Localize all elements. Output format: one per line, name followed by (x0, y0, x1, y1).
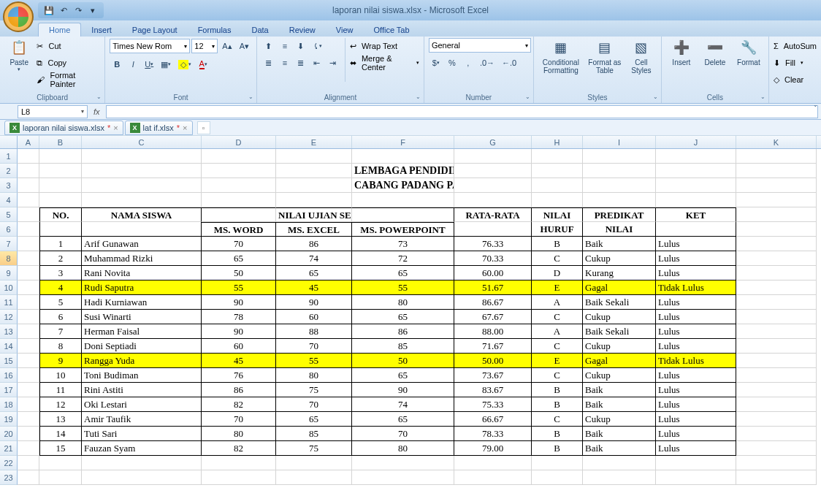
cell[interactable]: 11 (39, 383, 82, 397)
cell[interactable]: 60 (276, 310, 352, 324)
cell[interactable] (736, 193, 817, 207)
cell[interactable]: 82 (202, 441, 276, 456)
cell[interactable] (39, 178, 82, 193)
align-middle-button[interactable]: ≡ (278, 39, 292, 53)
name-box[interactable]: L8▾ (18, 105, 88, 118)
fill-color-button[interactable]: ◇▾ (175, 57, 194, 72)
cell[interactable]: Tidak Lulus (656, 280, 736, 295)
tab-data[interactable]: Data (241, 23, 278, 37)
cell[interactable] (276, 470, 352, 485)
row-header[interactable]: 10 (0, 280, 18, 295)
cell[interactable]: 79.00 (454, 441, 532, 456)
qat-dropdown-icon[interactable]: ▾ (86, 4, 99, 17)
cell[interactable]: NO. (39, 207, 82, 222)
cell[interactable]: D (532, 266, 583, 280)
cell[interactable]: 70 (202, 237, 276, 251)
cell[interactable]: MS. POWERPOINT (352, 222, 454, 237)
cell[interactable] (532, 178, 583, 193)
cell[interactable]: MS. WORD (202, 222, 276, 237)
cell[interactable]: Lulus (656, 237, 736, 251)
cell[interactable] (18, 427, 39, 441)
row-header[interactable]: 20 (0, 427, 18, 441)
cell[interactable] (583, 193, 656, 207)
row-header[interactable]: 12 (0, 310, 18, 324)
cell[interactable] (82, 222, 202, 237)
cell[interactable] (82, 164, 202, 178)
format-painter-button[interactable]: 🖌 Format Painter (37, 72, 100, 88)
cell[interactable] (583, 470, 656, 485)
decrease-indent-button[interactable]: ⇤ (310, 56, 324, 70)
cell[interactable]: Rani Novita (82, 266, 202, 280)
cell[interactable] (276, 149, 352, 164)
cell[interactable] (454, 164, 532, 178)
cell[interactable] (656, 222, 736, 237)
cell[interactable] (736, 441, 817, 456)
insert-cells-button[interactable]: ➕Insert (666, 38, 697, 68)
align-left-button[interactable]: ≣ (261, 56, 276, 70)
cell[interactable]: Muhammad Rizki (82, 251, 202, 266)
row-header[interactable]: 6 (0, 222, 18, 237)
cell[interactable] (82, 149, 202, 164)
underline-button[interactable]: U▾ (142, 57, 156, 72)
cell[interactable] (532, 149, 583, 164)
align-top-button[interactable]: ⬆ (261, 39, 276, 53)
cell[interactable]: 60.00 (454, 266, 532, 280)
cell[interactable]: 70 (276, 397, 352, 412)
cell[interactable] (18, 324, 39, 339)
cell[interactable]: Doni Septiadi (82, 339, 202, 354)
cell[interactable] (736, 456, 817, 470)
cell[interactable]: C (532, 251, 583, 266)
cell[interactable]: B (532, 427, 583, 441)
cell[interactable] (202, 207, 276, 222)
cell[interactable]: 90 (202, 324, 276, 339)
cell[interactable]: 80 (352, 441, 454, 456)
cell[interactable]: Lulus (656, 441, 736, 456)
cell[interactable]: Fauzan Syam (82, 441, 202, 456)
cell[interactable]: 50.00 (454, 354, 532, 368)
cell[interactable]: Baik Sekali (583, 295, 656, 310)
cell[interactable]: 80 (276, 368, 352, 383)
cell[interactable]: RATA-RATA (454, 207, 532, 222)
cell[interactable]: C (532, 310, 583, 324)
cell[interactable] (454, 456, 532, 470)
cell[interactable]: 67.67 (454, 310, 532, 324)
cell[interactable]: 6 (39, 310, 82, 324)
cell[interactable] (18, 383, 39, 397)
cell[interactable] (202, 456, 276, 470)
col-header[interactable]: I (583, 136, 656, 148)
cell[interactable] (202, 149, 276, 164)
cell[interactable] (736, 295, 817, 310)
cell[interactable]: Rangga Yuda (82, 354, 202, 368)
autosum-button[interactable]: Σ AutoSum (774, 38, 817, 54)
cell[interactable]: 14 (39, 427, 82, 441)
cell[interactable]: 55 (202, 280, 276, 295)
cell[interactable] (276, 193, 352, 207)
cell[interactable]: 74 (276, 251, 352, 266)
decrease-decimal-button[interactable]: ←.0 (499, 56, 519, 70)
cell[interactable]: Tidak Lulus (656, 354, 736, 368)
cell[interactable] (276, 456, 352, 470)
cell[interactable] (202, 470, 276, 485)
cell[interactable]: Hadi Kurniawan (82, 295, 202, 310)
cell[interactable]: NILAI (532, 207, 583, 222)
delete-cells-button[interactable]: ➖Delete (700, 38, 730, 68)
cell[interactable] (82, 178, 202, 193)
cell[interactable] (18, 354, 39, 368)
cell[interactable] (18, 193, 39, 207)
formula-input[interactable] (106, 105, 818, 118)
align-right-button[interactable]: ≣ (294, 56, 308, 70)
cell[interactable] (454, 178, 532, 193)
row-header[interactable]: 2 (0, 164, 18, 178)
cell[interactable] (736, 266, 817, 280)
shrink-font-button[interactable]: A▾ (237, 39, 252, 53)
col-header[interactable]: J (656, 136, 736, 148)
conditional-formatting-button[interactable]: ▦Conditional Formatting (538, 38, 584, 76)
cell[interactable]: MS. EXCEL (276, 222, 352, 237)
increase-decimal-button[interactable]: .0→ (477, 56, 497, 70)
font-name-combo[interactable]: Times New Rom▾ (110, 39, 190, 53)
cell[interactable] (82, 456, 202, 470)
row-header[interactable]: 23 (0, 470, 18, 485)
cell[interactable]: 51.67 (454, 280, 532, 295)
cell[interactable] (18, 164, 39, 178)
spreadsheet-grid[interactable]: A B C D E F G H I J K 12LEMBAGA PENDIDIK… (0, 136, 821, 504)
